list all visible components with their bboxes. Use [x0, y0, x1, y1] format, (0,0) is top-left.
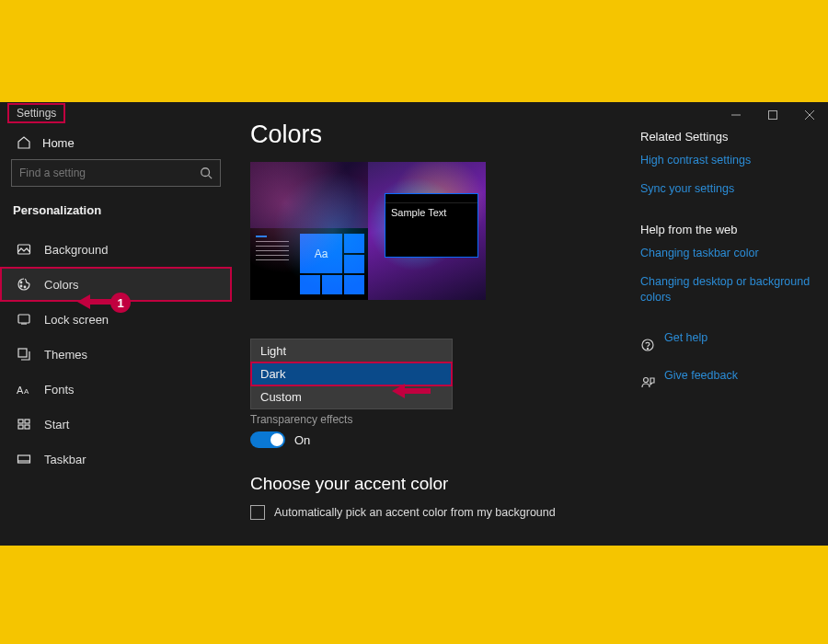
app-title: Settings	[7, 103, 65, 123]
svg-rect-13	[18, 455, 30, 463]
related-settings-heading: Related Settings	[640, 130, 815, 144]
link-get-help[interactable]: Get help	[664, 330, 707, 346]
nav-item-colors[interactable]: Colors	[0, 267, 232, 302]
page-title: Colors	[250, 121, 613, 149]
auto-accent-checkbox[interactable]	[250, 505, 265, 520]
svg-text:A: A	[24, 387, 29, 396]
svg-rect-12	[25, 425, 29, 429]
auto-accent-row: Automatically pick an accent color from …	[250, 505, 613, 520]
nav-item-background[interactable]: Background	[0, 232, 232, 267]
nav-label: Background	[44, 243, 108, 257]
taskbar-icon	[17, 452, 31, 466]
feedback-row[interactable]: Give feedback	[640, 368, 815, 397]
svg-rect-9	[18, 420, 23, 423]
home-icon	[17, 135, 31, 150]
transparency-toggle[interactable]	[250, 431, 285, 448]
preview-sample-text: Sample Text	[385, 203, 477, 222]
auto-accent-label: Automatically pick an accent color from …	[274, 506, 556, 519]
color-mode-dropdown[interactable]: Light Dark Custom	[250, 339, 453, 409]
window-controls	[718, 102, 828, 128]
lockscreen-icon	[17, 312, 31, 327]
maximize-button[interactable]	[754, 102, 791, 128]
preview-start-menu: Aa	[250, 228, 368, 300]
svg-point-21	[644, 377, 649, 382]
nav-label: Lock screen	[44, 313, 109, 327]
svg-point-20	[647, 348, 648, 349]
start-icon	[17, 417, 31, 431]
main: Colors Aa Sample Text	[232, 102, 828, 546]
svg-rect-6	[18, 349, 27, 357]
nav-home-label: Home	[42, 136, 75, 150]
link-help-taskbar-color[interactable]: Changing taskbar color	[640, 246, 815, 261]
minimize-button[interactable]	[718, 102, 754, 128]
link-high-contrast[interactable]: High contrast settings	[640, 153, 815, 168]
accent-heading: Choose your accent color	[250, 474, 613, 494]
link-give-feedback[interactable]: Give feedback	[664, 368, 738, 384]
transparency-value: On	[294, 433, 310, 447]
feedback-icon	[640, 375, 655, 390]
right-rail: Related Settings High contrast settings …	[635, 102, 828, 546]
svg-point-2	[20, 282, 22, 283]
transparency-label: Transparency effects	[250, 413, 613, 426]
svg-text:A: A	[17, 385, 24, 396]
preview-sample-window: Sample Text	[385, 193, 478, 258]
image-icon	[17, 242, 31, 257]
nav-item-themes[interactable]: Themes	[0, 337, 232, 372]
link-help-bg-colors[interactable]: Changing desktop or background colors	[640, 274, 815, 305]
help-icon	[640, 338, 655, 352]
nav-item-fonts[interactable]: AA Fonts	[0, 372, 232, 407]
svg-point-4	[24, 286, 26, 288]
search-wrap	[0, 159, 232, 194]
transparency-row: On	[250, 431, 613, 448]
color-mode-option-light[interactable]: Light	[251, 339, 452, 362]
titlebar-left: Settings	[0, 102, 232, 122]
fonts-icon: AA	[17, 382, 31, 397]
search-icon	[200, 167, 213, 179]
nav-label: Fonts	[44, 383, 75, 397]
sidebar: Settings Home Personalization	[0, 102, 232, 546]
nav-home[interactable]: Home	[0, 122, 232, 159]
nav-label: Themes	[44, 348, 87, 362]
nav-label: Taskbar	[44, 453, 86, 466]
svg-rect-5	[18, 315, 29, 323]
color-mode-option-custom[interactable]: Custom	[251, 385, 452, 408]
color-mode-option-dark[interactable]: Dark	[251, 362, 452, 385]
svg-rect-16	[769, 111, 777, 120]
preview-desktop-left: Aa	[250, 162, 368, 300]
palette-icon	[17, 277, 31, 292]
content: Colors Aa Sample Text	[232, 102, 635, 546]
svg-rect-10	[25, 420, 29, 423]
preview-tile-aa: Aa	[300, 234, 342, 273]
category-header: Personalization	[0, 194, 232, 228]
get-help-row[interactable]: Get help	[640, 330, 815, 359]
search-box[interactable]	[11, 159, 221, 187]
close-button[interactable]	[791, 102, 828, 128]
nav-item-start[interactable]: Start	[0, 407, 232, 442]
nav-item-taskbar[interactable]: Taskbar	[0, 442, 232, 477]
svg-rect-11	[18, 425, 23, 429]
nav-list: Background Colors Lock screen Themes	[0, 228, 232, 477]
settings-window: Settings Home Personalization	[0, 102, 828, 546]
svg-point-0	[201, 168, 210, 177]
svg-point-3	[20, 285, 22, 287]
help-heading: Help from the web	[640, 223, 815, 236]
link-sync-settings[interactable]: Sync your settings	[640, 181, 815, 197]
search-input[interactable]	[19, 167, 200, 179]
nav-label: Start	[44, 418, 69, 431]
nav-label: Colors	[44, 278, 79, 292]
themes-icon	[17, 347, 31, 362]
nav-item-lockscreen[interactable]: Lock screen	[0, 302, 232, 337]
colors-preview: Aa Sample Text	[250, 162, 486, 300]
